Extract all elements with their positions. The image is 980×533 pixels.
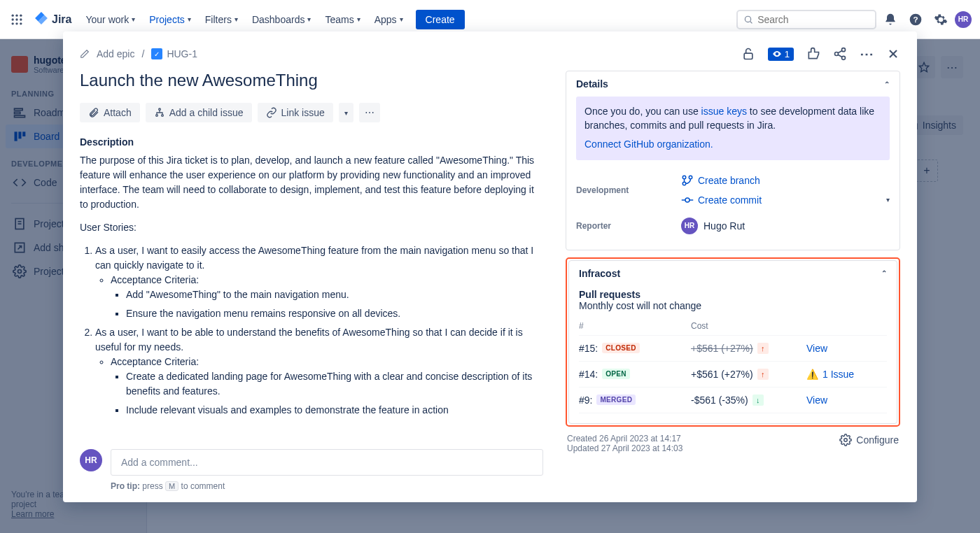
link-dropdown[interactable]: ▾ bbox=[339, 103, 354, 122]
configure-button[interactable]: Configure bbox=[839, 434, 899, 446]
pr-table-header: # Cost bbox=[579, 317, 887, 336]
svg-point-9 bbox=[745, 16, 750, 22]
child-icon bbox=[154, 107, 165, 118]
pr-table: # Cost #15: CLOSED +$561 (+27%) ↑ View #… bbox=[569, 317, 897, 423]
issue-modal: Add epic / ✓ HUG-1 1 ⋯ Launch the new Aw… bbox=[63, 31, 917, 502]
svg-point-31 bbox=[842, 56, 846, 59]
view-link[interactable]: View bbox=[806, 395, 827, 406]
svg-point-38 bbox=[161, 115, 163, 117]
svg-point-5 bbox=[20, 18, 22, 20]
nav-your-work[interactable]: Your work▾ bbox=[80, 11, 141, 28]
gear-icon bbox=[839, 434, 852, 446]
svg-point-39 bbox=[682, 176, 686, 179]
nav-teams[interactable]: Teams▾ bbox=[319, 11, 365, 28]
pr-row: #9: MERGED -$561 (-35%) ↓ View bbox=[579, 388, 887, 413]
create-commit-link[interactable]: Create commit ▾ bbox=[681, 194, 890, 206]
branch-icon bbox=[681, 174, 694, 187]
svg-point-4 bbox=[15, 18, 18, 20]
pro-tip: Pro tip: press M to comment bbox=[111, 481, 543, 491]
jira-logo[interactable]: Jira bbox=[28, 12, 77, 27]
issue-link[interactable]: 1 Issue bbox=[822, 369, 854, 380]
pr-subtitle: Monthly cost will not change bbox=[569, 300, 897, 317]
reporter-value[interactable]: HR Hugo Rut bbox=[681, 218, 890, 234]
description-body[interactable]: The purpose of this Jira ticket is to pl… bbox=[80, 153, 538, 418]
nav-apps[interactable]: Apps▾ bbox=[369, 11, 409, 28]
app-switcher-icon[interactable] bbox=[8, 11, 25, 28]
description-label: Description bbox=[80, 136, 538, 148]
eye-icon bbox=[772, 49, 782, 59]
github-banner: Once you do, you can use issue keys to s… bbox=[576, 97, 890, 160]
pr-row: #15: CLOSED +$561 (+27%) ↑ View bbox=[579, 336, 887, 362]
close-icon[interactable] bbox=[886, 47, 900, 61]
settings-icon[interactable] bbox=[930, 8, 952, 31]
attach-button[interactable]: Attach bbox=[80, 103, 140, 122]
svg-line-33 bbox=[838, 55, 842, 57]
svg-rect-28 bbox=[744, 53, 752, 59]
create-button[interactable]: Create bbox=[416, 10, 465, 29]
issue-key[interactable]: ✓ HUG-1 bbox=[151, 48, 197, 59]
infracost-panel-highlight: Infracost ⌃ Pull requests Monthly cost w… bbox=[566, 257, 900, 427]
add-epic-link[interactable]: Add epic bbox=[97, 48, 134, 59]
nav-dashboards[interactable]: Dashboards▾ bbox=[246, 11, 317, 28]
more-actions-button[interactable]: ⋯ bbox=[359, 103, 380, 122]
updated-at: Updated 27 April 2023 at 14:03 bbox=[567, 443, 682, 453]
svg-point-8 bbox=[20, 22, 22, 24]
link-issue-button[interactable]: Link issue bbox=[258, 103, 333, 122]
arrow-up-icon: ↑ bbox=[757, 343, 769, 354]
add-child-button[interactable]: Add a child issue bbox=[146, 103, 252, 122]
svg-line-10 bbox=[750, 21, 752, 23]
search-input[interactable] bbox=[757, 14, 869, 25]
details-panel: Details ⌃ Once you do, you can use issue… bbox=[566, 71, 900, 250]
comment-input[interactable]: Add a comment... bbox=[111, 449, 543, 476]
reporter-avatar: HR bbox=[681, 218, 698, 234]
search-box[interactable] bbox=[736, 10, 876, 29]
breadcrumb: Add epic / ✓ HUG-1 bbox=[80, 48, 197, 59]
svg-point-29 bbox=[842, 48, 846, 52]
comment-area: HR Add a comment... bbox=[80, 441, 543, 476]
more-actions-icon[interactable]: ⋯ bbox=[860, 45, 874, 62]
warning-icon: ⚠️ bbox=[806, 369, 818, 380]
svg-point-36 bbox=[158, 108, 160, 111]
status-badge: MERGED bbox=[596, 395, 636, 405]
svg-point-41 bbox=[689, 176, 692, 179]
chevron-up-icon: ⌃ bbox=[881, 269, 887, 277]
svg-text:?: ? bbox=[913, 15, 918, 24]
arrow-down-icon: ↓ bbox=[752, 395, 764, 406]
commit-icon bbox=[681, 194, 694, 206]
svg-point-37 bbox=[155, 115, 158, 117]
status-badge: OPEN bbox=[602, 369, 630, 379]
watch-button[interactable]: 1 bbox=[768, 48, 794, 61]
pencil-icon bbox=[80, 49, 90, 59]
status-badge: CLOSED bbox=[602, 343, 639, 353]
connect-github-link[interactable]: Connect GitHub organization. bbox=[584, 138, 713, 150]
action-bar: Attach Add a child issue Link issue ▾ ⋯ bbox=[80, 103, 538, 122]
details-header[interactable]: Details ⌃ bbox=[566, 71, 899, 97]
comment-avatar: HR bbox=[80, 449, 102, 471]
nav-filters[interactable]: Filters▾ bbox=[200, 11, 244, 28]
reporter-row: Reporter HR Hugo Rut bbox=[576, 212, 890, 240]
issue-type-icon: ✓ bbox=[151, 48, 162, 59]
nav-projects[interactable]: Projects▾ bbox=[144, 11, 197, 28]
svg-point-2 bbox=[20, 14, 22, 16]
help-icon[interactable]: ? bbox=[904, 8, 927, 31]
create-branch-link[interactable]: Create branch bbox=[681, 174, 760, 187]
notifications-icon[interactable] bbox=[879, 8, 902, 31]
user-avatar[interactable]: HR bbox=[955, 11, 972, 28]
share-icon[interactable] bbox=[833, 47, 847, 61]
modal-right: Details ⌃ Once you do, you can use issue… bbox=[560, 65, 917, 502]
header-actions: 1 ⋯ bbox=[741, 45, 900, 62]
infracost-header[interactable]: Infracost ⌃ bbox=[569, 261, 897, 286]
lock-icon[interactable] bbox=[741, 47, 755, 61]
svg-point-1 bbox=[15, 14, 18, 16]
thumbs-up-icon[interactable] bbox=[806, 47, 820, 61]
search-icon bbox=[743, 14, 753, 25]
svg-line-32 bbox=[838, 50, 842, 52]
svg-point-7 bbox=[15, 22, 18, 24]
timestamps: Created 26 April 2023 at 14:17 Updated 2… bbox=[566, 427, 900, 460]
chevron-up-icon: ⌃ bbox=[884, 80, 890, 88]
modal-header: Add epic / ✓ HUG-1 1 ⋯ bbox=[63, 31, 917, 65]
view-link[interactable]: View bbox=[806, 343, 827, 354]
issue-title[interactable]: Launch the new AwesomeThing bbox=[80, 71, 538, 90]
chevron-down-icon: ▾ bbox=[886, 196, 890, 204]
issue-keys-link[interactable]: issue keys bbox=[701, 106, 747, 117]
